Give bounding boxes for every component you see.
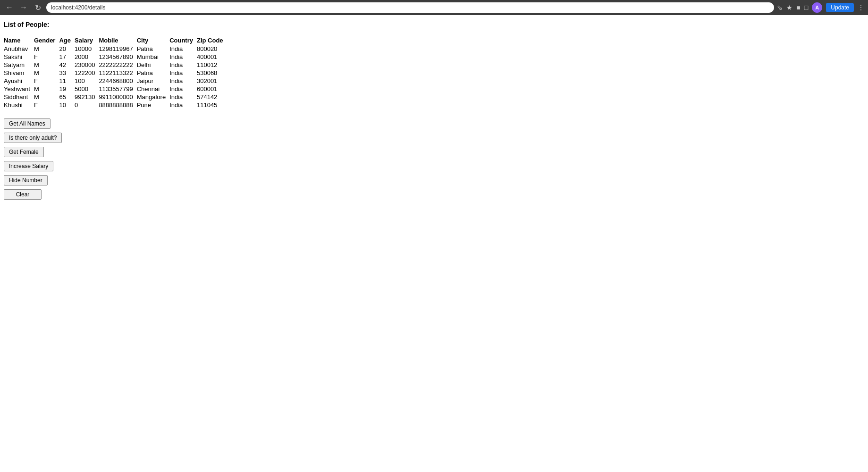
- share-icon[interactable]: ⇘: [777, 4, 783, 11]
- avatar[interactable]: A: [812, 2, 822, 13]
- extensions-icon[interactable]: ■: [796, 4, 800, 11]
- menu-icon[interactable]: ⋮: [858, 4, 864, 11]
- table-cell: Siddhant: [4, 93, 34, 101]
- clear-button[interactable]: Clear: [4, 189, 42, 200]
- browser-chrome: ← → ↻ localhost:4200/details ⇘ ★ ■ □ A U…: [0, 0, 868, 15]
- people-table: Name Gender Age Salary Mobile City Count…: [4, 36, 227, 109]
- table-cell: 10: [59, 101, 75, 109]
- table-cell: India: [169, 45, 197, 53]
- table-cell: F: [34, 77, 59, 85]
- table-cell: Anubhav: [4, 45, 34, 53]
- forward-button[interactable]: →: [18, 2, 29, 13]
- profile-icon[interactable]: □: [804, 4, 808, 11]
- table-cell: India: [169, 53, 197, 61]
- table-cell: 65: [59, 93, 75, 101]
- table-cell: 992130: [75, 93, 99, 101]
- table-cell: 11: [59, 77, 75, 85]
- table-cell: Yeshwant: [4, 85, 34, 93]
- table-cell: Delhi: [137, 61, 169, 69]
- get-all-names-button[interactable]: Get All Names: [4, 118, 51, 129]
- hide-number-button[interactable]: Hide Number: [4, 175, 48, 185]
- table-cell: Patna: [137, 69, 169, 77]
- col-name: Name: [4, 36, 34, 45]
- url-text: localhost:4200/details: [51, 4, 105, 11]
- table-cell: 1298119967: [99, 45, 136, 53]
- col-zipcode: Zip Code: [197, 36, 227, 45]
- table-cell: 17: [59, 53, 75, 61]
- table-row: YeshwantM1950001133557799ChennaiIndia600…: [4, 85, 227, 93]
- bookmark-icon[interactable]: ★: [786, 4, 792, 11]
- table-cell: India: [169, 69, 197, 77]
- table-cell: Pune: [137, 101, 169, 109]
- col-mobile: Mobile: [99, 36, 136, 45]
- table-header-row: Name Gender Age Salary Mobile City Count…: [4, 36, 227, 45]
- table-cell: 1234567890: [99, 53, 136, 61]
- col-city: City: [137, 36, 169, 45]
- col-age: Age: [59, 36, 75, 45]
- table-cell: India: [169, 101, 197, 109]
- table-row: SatyamM422300002222222222DelhiIndia11001…: [4, 61, 227, 69]
- browser-actions: ⇘ ★ ■ □ A Update ⋮: [777, 2, 864, 13]
- col-salary: Salary: [75, 36, 99, 45]
- table-cell: 0: [75, 101, 99, 109]
- address-bar[interactable]: localhost:4200/details: [46, 2, 774, 13]
- table-cell: 2000: [75, 53, 99, 61]
- table-cell: F: [34, 53, 59, 61]
- table-row: AnubhavM20100001298119967PatnaIndia80002…: [4, 45, 227, 53]
- table-cell: Shivam: [4, 69, 34, 77]
- buttons-section: Get All Names Is there only adult? Get F…: [4, 118, 864, 200]
- page-content: List of People: Name Gender Age Salary M…: [0, 15, 868, 205]
- table-cell: Mangalore: [137, 93, 169, 101]
- table-row: SiddhantM659921309911000000MangaloreIndi…: [4, 93, 227, 101]
- table-cell: 42: [59, 61, 75, 69]
- table-cell: F: [34, 101, 59, 109]
- table-cell: India: [169, 93, 197, 101]
- table-cell: Ayushi: [4, 77, 34, 85]
- table-cell: India: [169, 85, 197, 93]
- back-button[interactable]: ←: [4, 2, 15, 13]
- reload-button[interactable]: ↻: [32, 2, 43, 13]
- table-cell: 530068: [197, 69, 227, 77]
- table-cell: 230000: [75, 61, 99, 69]
- table-cell: Mumbai: [137, 53, 169, 61]
- table-row: AyushiF111002244668800JaipurIndia302001: [4, 77, 227, 85]
- table-cell: 2222222222: [99, 61, 136, 69]
- table-cell: 600001: [197, 85, 227, 93]
- table-cell: 100: [75, 77, 99, 85]
- table-cell: India: [169, 77, 197, 85]
- table-cell: 2244668800: [99, 77, 136, 85]
- table-cell: 9911000000: [99, 93, 136, 101]
- table-cell: 5000: [75, 85, 99, 93]
- table-cell: 122200: [75, 69, 99, 77]
- table-cell: Chennai: [137, 85, 169, 93]
- table-cell: M: [34, 69, 59, 77]
- table-cell: 1122113322: [99, 69, 136, 77]
- col-gender: Gender: [34, 36, 59, 45]
- table-row: ShivamM331222001122113322PatnaIndia53006…: [4, 69, 227, 77]
- col-country: Country: [169, 36, 197, 45]
- increase-salary-button[interactable]: Increase Salary: [4, 161, 53, 171]
- table-cell: 574142: [197, 93, 227, 101]
- table-cell: 1133557799: [99, 85, 136, 93]
- table-row: KhushiF1008888888888PuneIndia111045: [4, 101, 227, 109]
- table-cell: 20: [59, 45, 75, 53]
- page-title: List of People:: [4, 21, 864, 28]
- is-adult-button[interactable]: Is there only adult?: [4, 133, 62, 143]
- table-cell: Khushi: [4, 101, 34, 109]
- get-female-button[interactable]: Get Female: [4, 147, 44, 157]
- table-cell: Satyam: [4, 61, 34, 69]
- table-cell: 800020: [197, 45, 227, 53]
- table-cell: M: [34, 61, 59, 69]
- table-cell: 400001: [197, 53, 227, 61]
- table-cell: Jaipur: [137, 77, 169, 85]
- table-cell: 302001: [197, 77, 227, 85]
- table-cell: 110012: [197, 61, 227, 69]
- update-button[interactable]: Update: [826, 3, 854, 12]
- table-cell: M: [34, 93, 59, 101]
- table-row: SakshiF1720001234567890MumbaiIndia400001: [4, 53, 227, 61]
- table-cell: India: [169, 61, 197, 69]
- table-cell: 19: [59, 85, 75, 93]
- table-cell: M: [34, 45, 59, 53]
- table-cell: Sakshi: [4, 53, 34, 61]
- table-cell: M: [34, 85, 59, 93]
